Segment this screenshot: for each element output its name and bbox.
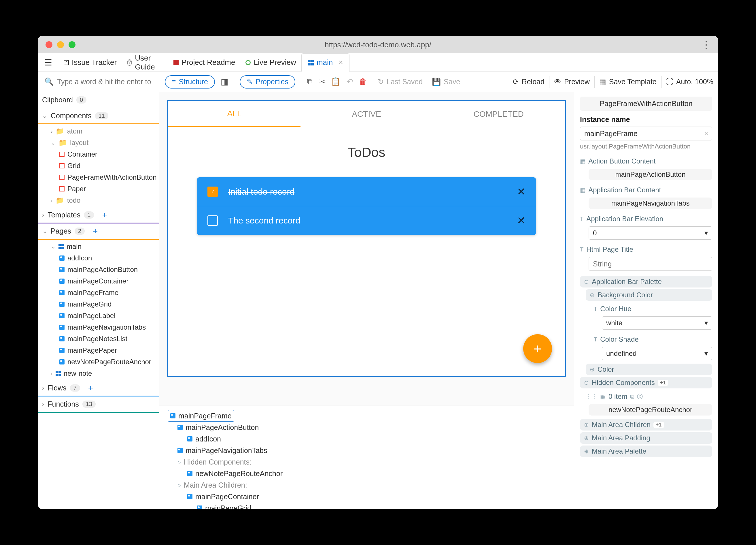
copy-icon[interactable]: ⧉: [630, 393, 634, 400]
btree-item[interactable]: mainPageFrame: [168, 410, 234, 422]
prop-main-area-children[interactable]: ⊕Main Area Children+1: [580, 419, 712, 431]
prop-color-shade[interactable]: TColor Shade: [594, 333, 712, 346]
zoom-button[interactable]: ⛶ Auto, 100%: [661, 78, 718, 86]
tree-atom[interactable]: ›📁atom: [38, 125, 159, 137]
tree-item[interactable]: mainPageFrame: [38, 287, 159, 299]
tree-item[interactable]: newNotePageRouteAnchor: [38, 356, 159, 368]
main-tab[interactable]: main ×: [301, 53, 350, 72]
canvas[interactable]: ALLACTIVECOMPLETED ToDos ✓ Initial todo …: [167, 100, 566, 377]
tree-item[interactable]: mainPageNotesList: [38, 333, 159, 345]
remove-icon[interactable]: ⓧ: [637, 393, 643, 401]
maximize-icon[interactable]: [69, 41, 75, 48]
btree-item[interactable]: mainPageActionButton: [162, 422, 571, 433]
close-icon[interactable]: [46, 41, 52, 48]
project-readme-tab[interactable]: Project Readme: [168, 53, 240, 72]
action-button-value[interactable]: mainPageActionButton: [589, 169, 712, 180]
hidden-item-row[interactable]: ⋮⋮▦0 item⧉ⓧ: [586, 390, 712, 403]
tree-item[interactable]: mainPageGrid: [38, 299, 159, 310]
tree-item[interactable]: mainPagePaper: [38, 345, 159, 356]
components-section[interactable]: ⌄ Components 11: [38, 108, 159, 124]
btree-item[interactable]: mainPageContainer: [162, 491, 571, 502]
templates-section[interactable]: › Templates 1 +: [38, 207, 159, 223]
clear-icon[interactable]: ×: [704, 129, 708, 137]
tree-item[interactable]: addIcon: [38, 252, 159, 264]
btree-item[interactable]: ○Main Area Children:: [162, 479, 571, 491]
copy-icon[interactable]: ⧉: [307, 77, 313, 86]
layout-toggle-icon[interactable]: ◨: [221, 77, 228, 86]
issue-tracker-link[interactable]: Issue Tracker: [58, 53, 122, 72]
btree-item[interactable]: mainPageGrid: [162, 502, 571, 509]
tree-item[interactable]: PageFrameWithActionButton: [38, 171, 159, 183]
tree-item[interactable]: mainPageNavigationTabs: [38, 322, 159, 333]
btree-item[interactable]: mainPageNavigationTabs: [162, 445, 571, 456]
cut-icon[interactable]: ✂: [318, 77, 325, 86]
tree-item[interactable]: mainPageActionButton: [38, 264, 159, 276]
delete-todo-icon[interactable]: ✕: [517, 214, 526, 227]
html-title-input[interactable]: [589, 257, 712, 271]
tree-item[interactable]: mainPageContainer: [38, 276, 159, 287]
flows-section[interactable]: › Flows 7 +: [38, 380, 159, 397]
search-box[interactable]: 🔍: [38, 72, 159, 92]
properties-label: Properties: [256, 78, 288, 86]
close-tab-icon[interactable]: ×: [339, 58, 343, 67]
reload-button[interactable]: ⟳ Reload: [508, 78, 549, 86]
prop-action-button-content[interactable]: ▦Action Button Content: [580, 155, 712, 167]
preview-button[interactable]: 👁 Preview: [549, 78, 594, 86]
prop-html-title[interactable]: THtml Page Title: [580, 243, 712, 256]
prop-main-area-palette[interactable]: ⊕Main Area Palette: [580, 446, 712, 457]
instance-name-input[interactable]: [580, 127, 712, 140]
live-preview-tab[interactable]: Live Preview: [240, 53, 301, 72]
prop-color[interactable]: ⊕Color: [586, 364, 712, 375]
pages-section[interactable]: ⌄ Pages 2 +: [38, 223, 159, 239]
hamburger-icon[interactable]: ☰: [38, 57, 58, 67]
btree-item[interactable]: newNotePageRouteAnchor: [162, 468, 571, 479]
chevron-right-icon: ›: [42, 384, 44, 392]
filter-tab-active[interactable]: ACTIVE: [300, 101, 433, 127]
tree-layout[interactable]: ⌄📁layout: [38, 137, 159, 148]
prop-hidden-components[interactable]: ⊖Hidden Components+1: [580, 377, 712, 389]
fab-add-button[interactable]: +: [523, 334, 552, 363]
checkbox-icon[interactable]: ✓: [207, 186, 218, 197]
checkbox-icon[interactable]: [207, 215, 218, 226]
prop-main-area-padding[interactable]: ⊕Main Area Padding: [580, 432, 712, 444]
btree-item[interactable]: addIcon: [162, 433, 571, 445]
tree-item[interactable]: Grid: [38, 160, 159, 171]
clipboard-section[interactable]: Clipboard 0: [38, 92, 159, 108]
hidden-value[interactable]: newNotePageRouteAnchor: [589, 404, 712, 416]
save-button: 💾 Save: [427, 78, 465, 86]
prop-app-bar-elevation[interactable]: TApplication Bar Elevation: [580, 212, 712, 225]
app-bar-value[interactable]: mainPageNavigationTabs: [589, 197, 712, 209]
functions-section[interactable]: › Functions 13: [38, 397, 159, 413]
todo-row[interactable]: The second record ✕: [197, 206, 536, 235]
delete-todo-icon[interactable]: ✕: [517, 186, 526, 198]
elevation-select[interactable]: 0▾: [589, 226, 712, 239]
add-page-icon[interactable]: +: [93, 226, 98, 236]
add-flow-icon[interactable]: +: [88, 383, 93, 393]
save-template-button[interactable]: ▦ Save Template: [595, 78, 661, 86]
minimize-icon[interactable]: [57, 41, 64, 48]
tree-item[interactable]: Paper: [38, 183, 159, 195]
tree-todo[interactable]: ›📁todo: [38, 195, 159, 206]
structure-button[interactable]: ≡ Structure: [165, 75, 215, 88]
prop-app-bar-content[interactable]: ▦Application Bar Content: [580, 184, 712, 196]
filter-tab-all[interactable]: ALL: [168, 101, 300, 127]
tree-main-page[interactable]: ⌄main: [38, 241, 159, 252]
filter-tab-completed[interactable]: COMPLETED: [432, 101, 565, 127]
add-template-icon[interactable]: +: [102, 210, 107, 220]
hue-select[interactable]: white▾: [602, 316, 712, 330]
prop-app-bar-palette[interactable]: ⊖Application Bar Palette: [580, 276, 712, 288]
user-guide-link[interactable]: ? User Guide: [122, 53, 168, 72]
properties-button[interactable]: ✎ Properties: [240, 75, 295, 88]
shade-select[interactable]: undefined▾: [602, 347, 712, 360]
prop-color-hue[interactable]: TColor Hue: [594, 303, 712, 315]
tree-new-note-page[interactable]: ›new-note: [38, 368, 159, 379]
btree-item[interactable]: ○Hidden Components:: [162, 456, 571, 468]
tree-item[interactable]: Container: [38, 148, 159, 160]
delete-icon[interactable]: 🗑: [359, 77, 367, 86]
instance-name-label: Instance name: [580, 115, 712, 124]
prop-bg-color[interactable]: ⊖Background Color: [586, 289, 712, 301]
search-input[interactable]: [57, 78, 152, 86]
more-icon[interactable]: ⋮: [701, 39, 711, 50]
todo-row[interactable]: ✓ Initial todo record ✕: [197, 177, 536, 206]
tree-item[interactable]: mainPageLabel: [38, 310, 159, 322]
